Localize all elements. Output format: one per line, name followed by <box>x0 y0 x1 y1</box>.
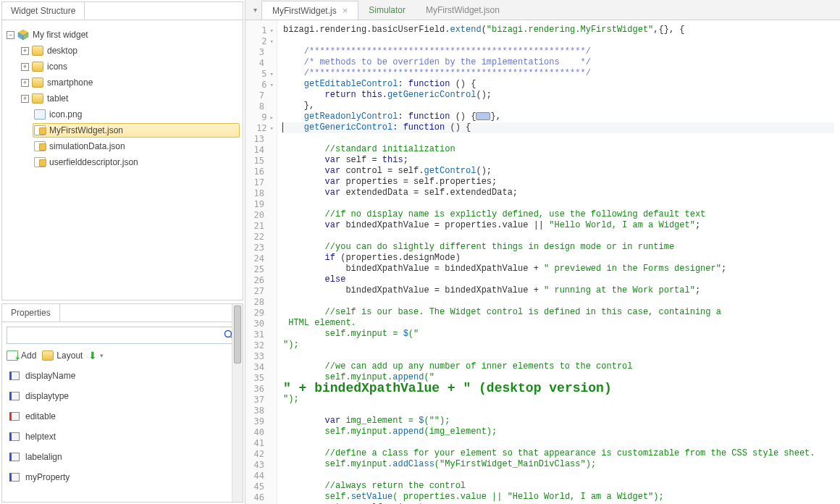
property-label: displaytype <box>25 391 69 401</box>
line-number-gutter: 1▾2▾345▾6▾789▸12▾13141516171819202122232… <box>245 20 277 504</box>
panel-tab-bar: Widget Structure <box>2 2 243 20</box>
add-label: Add <box>21 350 36 361</box>
tree-item-simulationdata-json[interactable]: simulationData.json <box>5 139 240 154</box>
json-file-icon <box>34 125 46 135</box>
editor-tab-myfirstwidget-js[interactable]: MyFirstWidget.js × <box>261 1 358 20</box>
tree-label: tablet <box>47 93 68 104</box>
tree-root-label: My first widget <box>33 30 88 40</box>
folder-icon <box>32 93 43 104</box>
property-icon <box>8 432 21 442</box>
expand-icon[interactable]: + <box>21 95 29 103</box>
property-icon <box>8 452 21 462</box>
widget-tree: − My first widget + desktop + icons <box>2 20 243 300</box>
folder-icon <box>32 62 43 72</box>
widget-icon <box>17 30 29 40</box>
tree-label: simulationData.json <box>49 141 125 151</box>
property-icon <box>8 391 21 401</box>
tree-root[interactable]: − My first widget <box>5 28 240 42</box>
property-label: labelalign <box>25 452 62 462</box>
add-icon <box>7 350 18 361</box>
tree-item-icons[interactable]: + icons <box>5 59 240 74</box>
sort-button[interactable]: ⬇▾ <box>88 350 104 361</box>
code-content[interactable]: bizagi.rendering.basicUserField.extend("… <box>277 20 840 504</box>
close-icon[interactable]: × <box>343 5 348 16</box>
property-editable[interactable]: editable <box>7 406 238 427</box>
tab-label: Simulator <box>369 5 406 15</box>
properties-tab[interactable]: Properties <box>2 304 60 322</box>
property-icon <box>8 411 21 421</box>
tree-label: desktop <box>47 46 77 56</box>
property-icon <box>8 371 21 381</box>
json-file-icon <box>34 157 46 167</box>
editor-tab-bar: ▾ MyFirstWidget.js × Simulator MyFirstWi… <box>245 0 840 20</box>
properties-body: Add Layout ⬇▾ displayName dis <box>2 322 243 502</box>
property-displayname[interactable]: displayName <box>7 366 238 386</box>
layout-label: Layout <box>56 350 83 361</box>
property-myproperty[interactable]: myProperty <box>7 467 238 487</box>
tree-label: icons <box>47 62 67 72</box>
tree-label: smartphone <box>47 77 93 88</box>
widget-structure-panel: Widget Structure − My first widget + des… <box>1 1 243 301</box>
expand-icon[interactable]: + <box>21 79 29 87</box>
layout-button[interactable]: Layout <box>42 350 83 361</box>
tree-item-tablet[interactable]: + tablet <box>5 91 240 106</box>
tree-label: icon.png <box>49 109 82 119</box>
tab-label: MyFirstWidget.js <box>272 6 337 16</box>
folder-icon <box>32 46 43 56</box>
sort-icon: ⬇ <box>88 350 97 361</box>
properties-toolbar: Add Layout ⬇▾ <box>7 350 238 361</box>
json-file-icon <box>34 141 46 151</box>
property-label: editable <box>25 411 56 421</box>
tab-label: MyFirstWidget.json <box>426 5 500 15</box>
tree-label: MyFirstWidget.json <box>49 125 123 135</box>
tree-item-userfielddescriptor-json[interactable]: userfielddescriptor.json <box>5 155 240 169</box>
property-helptext[interactable]: helptext <box>7 427 238 447</box>
editor-tab-myfirstwidget-json[interactable]: MyFirstWidget.json <box>416 1 510 19</box>
widget-structure-tab[interactable]: Widget Structure <box>2 2 85 20</box>
property-displaytype[interactable]: displaytype <box>7 386 238 406</box>
tree-item-icon-png[interactable]: icon.png <box>5 107 240 122</box>
code-editor[interactable]: 1▾2▾345▾6▾789▸12▾13141516171819202122232… <box>245 20 840 504</box>
panel-tab-bar: Properties <box>2 304 243 322</box>
properties-search-input[interactable] <box>7 327 238 344</box>
property-label: displayName <box>25 371 75 381</box>
editor-tab-simulator[interactable]: Simulator <box>358 1 416 19</box>
tree-item-smartphone[interactable]: + smartphone <box>5 75 240 90</box>
svg-point-3 <box>225 330 232 337</box>
property-icon <box>8 472 21 482</box>
scrollbar-thumb[interactable] <box>234 306 241 364</box>
property-label: helptext <box>25 432 56 442</box>
expand-icon[interactable]: + <box>21 63 29 71</box>
tree-label: userfielddescriptor.json <box>49 157 138 167</box>
tree-item-myfirstwidget-json[interactable]: MyFirstWidget.json <box>33 123 240 138</box>
collapse-icon[interactable]: − <box>7 31 14 39</box>
add-property-button[interactable]: Add <box>7 350 36 361</box>
tree-item-desktop[interactable]: + desktop <box>5 43 240 58</box>
property-labelalign[interactable]: labelalign <box>7 447 238 467</box>
folder-icon <box>32 77 43 88</box>
properties-panel: Properties Add Layout <box>1 303 243 503</box>
tab-menu-dropdown[interactable]: ▾ <box>248 6 261 14</box>
expand-icon[interactable]: + <box>21 47 29 55</box>
property-label: myProperty <box>25 472 70 482</box>
image-file-icon <box>34 109 46 119</box>
layout-icon <box>42 350 54 361</box>
properties-scrollbar[interactable] <box>232 304 243 502</box>
